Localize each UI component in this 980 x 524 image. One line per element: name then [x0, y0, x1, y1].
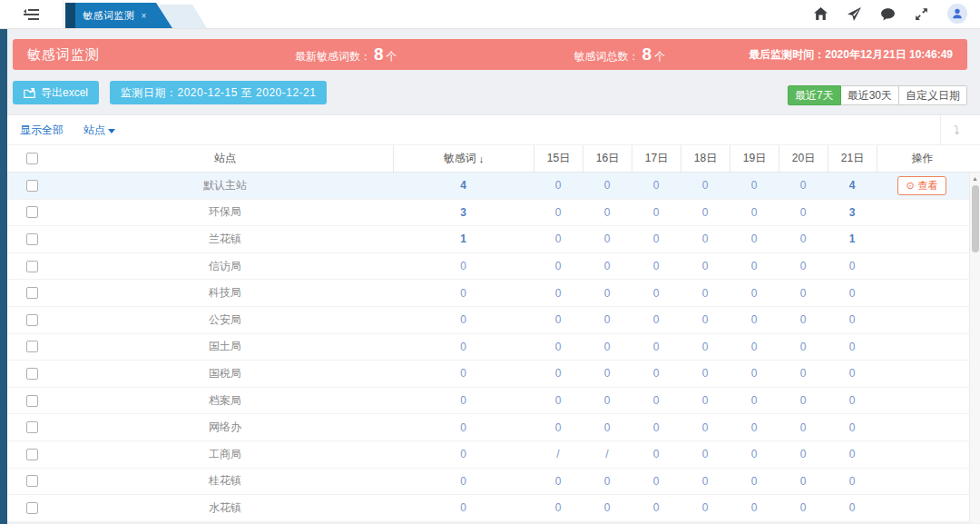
day-value[interactable]: 0: [751, 394, 758, 407]
header-day-19[interactable]: 19日: [730, 145, 779, 172]
day-value[interactable]: 0: [800, 367, 807, 380]
day-value[interactable]: 0: [555, 179, 562, 192]
header-day-15[interactable]: 15日: [534, 145, 583, 172]
select-all-checkbox[interactable]: [26, 153, 38, 164]
day-value[interactable]: 0: [555, 475, 562, 488]
user-avatar[interactable]: [947, 4, 967, 24]
day-value[interactable]: 0: [604, 367, 611, 380]
home-icon[interactable]: [813, 6, 828, 22]
day-value[interactable]: 0: [653, 313, 660, 326]
tab-close-icon[interactable]: ×: [142, 11, 147, 21]
send-icon[interactable]: [847, 6, 862, 22]
header-day-21[interactable]: 21日: [828, 145, 877, 172]
sensitive-count[interactable]: 0: [460, 475, 466, 488]
day-value[interactable]: 0: [849, 260, 856, 272]
day-value[interactable]: 0: [702, 232, 709, 245]
row-checkbox[interactable]: [26, 475, 38, 487]
day-value[interactable]: 0: [653, 287, 660, 300]
day-value[interactable]: 0: [751, 367, 758, 380]
day-value[interactable]: 0: [751, 341, 758, 353]
day-value[interactable]: /: [605, 448, 608, 460]
site-dropdown[interactable]: 站点: [83, 123, 115, 138]
day-value[interactable]: 0: [604, 206, 611, 219]
day-value[interactable]: 0: [800, 232, 807, 245]
day-value[interactable]: 0: [849, 394, 856, 407]
day-value[interactable]: 0: [653, 179, 660, 192]
day-value[interactable]: 0: [800, 179, 807, 192]
day-value[interactable]: 0: [751, 448, 758, 460]
day-value[interactable]: 0: [800, 260, 807, 272]
day-value[interactable]: 0: [800, 421, 807, 434]
day-value[interactable]: 0: [555, 394, 562, 407]
header-sensitive-word[interactable]: 敏感词 ↓: [393, 145, 534, 172]
day-value[interactable]: 0: [702, 394, 709, 407]
vertical-scrollbar[interactable]: ▲: [969, 173, 980, 523]
day-value[interactable]: 0: [653, 260, 660, 272]
day-value[interactable]: 0: [555, 232, 562, 245]
row-checkbox[interactable]: [26, 206, 38, 218]
day-value[interactable]: 0: [849, 367, 856, 380]
day-value[interactable]: 0: [751, 179, 758, 192]
day-value[interactable]: 0: [800, 501, 807, 514]
row-checkbox[interactable]: [26, 395, 38, 407]
day-value[interactable]: 0: [800, 475, 807, 488]
day-value[interactable]: 0: [800, 394, 807, 407]
day-value[interactable]: 0: [849, 448, 856, 460]
day-value[interactable]: 0: [604, 341, 611, 353]
export-excel-button[interactable]: 导出excel: [13, 81, 99, 104]
scroll-up-arrow[interactable]: ▲: [972, 175, 978, 182]
header-day-20[interactable]: 20日: [779, 145, 828, 172]
day-value[interactable]: 0: [751, 475, 758, 488]
day-value[interactable]: 0: [702, 341, 709, 353]
day-value[interactable]: 0: [604, 313, 611, 326]
day-value[interactable]: 0: [555, 287, 562, 300]
row-checkbox[interactable]: [26, 502, 38, 514]
sort-desc-icon[interactable]: ↓: [479, 153, 485, 164]
day-value[interactable]: 0: [555, 501, 562, 514]
day-value[interactable]: 0: [555, 313, 562, 326]
header-day-16[interactable]: 16日: [583, 145, 632, 172]
row-checkbox[interactable]: [26, 314, 38, 326]
chevron-down-icon[interactable]: ⤵︎​: [954, 124, 960, 136]
header-day-17[interactable]: 17日: [632, 145, 681, 172]
day-value[interactable]: 0: [604, 232, 611, 245]
row-checkbox[interactable]: [26, 449, 38, 460]
day-value[interactable]: 4: [849, 179, 856, 192]
day-value[interactable]: 0: [555, 341, 562, 353]
header-site[interactable]: 站点: [57, 145, 393, 172]
day-value[interactable]: 0: [604, 421, 611, 434]
range-button-1[interactable]: 最近30天: [841, 85, 899, 105]
expand-icon[interactable]: [914, 6, 929, 22]
sensitive-count[interactable]: 0: [460, 287, 466, 300]
row-checkbox[interactable]: [26, 261, 38, 272]
day-value[interactable]: 0: [800, 448, 807, 460]
day-value[interactable]: 0: [604, 287, 611, 300]
day-value[interactable]: 3: [849, 206, 856, 219]
day-value[interactable]: 0: [702, 448, 709, 460]
day-value[interactable]: 0: [604, 475, 611, 488]
day-value[interactable]: 0: [702, 367, 709, 380]
sensitive-count[interactable]: 0: [460, 501, 466, 514]
day-value[interactable]: 0: [555, 421, 562, 434]
day-value[interactable]: 0: [800, 313, 807, 326]
day-value[interactable]: 0: [702, 287, 709, 300]
chat-icon[interactable]: [880, 6, 896, 22]
day-value[interactable]: 0: [849, 421, 856, 434]
day-value[interactable]: 0: [800, 206, 807, 219]
day-value[interactable]: 0: [849, 287, 856, 300]
day-value[interactable]: /: [556, 448, 559, 460]
day-value[interactable]: 0: [702, 501, 709, 514]
sensitive-count[interactable]: 0: [460, 394, 466, 407]
sensitive-count[interactable]: 0: [460, 313, 466, 326]
day-value[interactable]: 0: [849, 341, 856, 353]
day-value[interactable]: 0: [849, 475, 856, 488]
day-value[interactable]: 1: [849, 232, 856, 245]
day-value[interactable]: 0: [653, 475, 660, 488]
row-checkbox[interactable]: [26, 341, 38, 352]
sensitive-count[interactable]: 0: [460, 448, 466, 460]
day-value[interactable]: 0: [555, 206, 562, 219]
header-day-18[interactable]: 18日: [681, 145, 730, 172]
day-value[interactable]: 0: [800, 287, 807, 300]
day-value[interactable]: 0: [751, 206, 758, 219]
day-value[interactable]: 0: [751, 313, 758, 326]
